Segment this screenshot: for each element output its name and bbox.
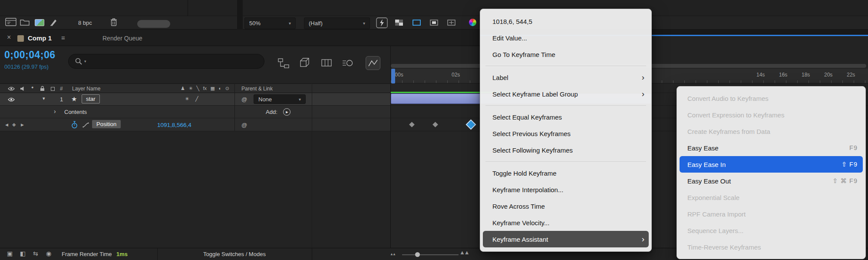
stopwatch-icon[interactable] [71,121,78,129]
chevron-down-icon: ▾ [84,59,86,63]
layer-expand-chevron-icon[interactable]: ▾ [43,96,45,101]
close-panel-icon[interactable]: × [7,33,11,41]
value-graph-icon[interactable] [83,122,89,128]
parent-value: None [258,96,272,103]
trash-icon[interactable] [110,18,117,26]
graph-editor-icon[interactable] [366,56,380,70]
collapse-switch-icon[interactable]: ✳ [185,96,189,102]
toggle-switches-modes-button[interactable]: Toggle Switches / Modes [157,251,312,257]
chevron-down-icon: ▾ [299,97,301,102]
label-column-icon [51,87,55,91]
layer-switches-pane-icon[interactable]: ▣ [7,250,13,257]
ruler-tick-label: 14s [756,72,765,78]
zoom-out-mountain-icon[interactable]: ▲▲ [390,252,395,256]
tab-render-queue[interactable]: Render Queue [102,35,142,42]
bit-depth-button[interactable]: 8 bpc [78,20,92,26]
project-thumbnail-icon[interactable] [35,19,44,26]
eye-icon[interactable] [8,86,15,91]
transparency-grid-icon[interactable] [395,20,403,26]
current-time-indicator[interactable] [391,69,395,83]
panel-menu-icon[interactable]: ≡ [61,34,65,41]
keyframe-toggle-icon[interactable]: ◆ [12,122,16,127]
timeline-zoom-knob[interactable] [415,252,420,257]
pick-whip-icon[interactable]: @ [241,96,247,103]
submenu-item-easy-ease-out[interactable]: Easy Ease Out⇧ ⌘ F9 [677,173,865,189]
draft-3d-icon[interactable] [300,58,310,68]
position-property-row[interactable]: ◀ ◆ ▶ Position 1091,8,566,4 @ [0,118,391,131]
keyframe-context-menu: 1018,6, 544,5 Edit Value... Go To Keyfra… [480,9,652,252]
menu-item-select-previous-keyframes[interactable]: Select Previous Keyframes [480,125,651,142]
previous-keyframe-icon[interactable]: ◀ [5,123,8,127]
timeline-zoom-slider[interactable] [402,254,459,255]
comp-mini-flowchart-icon[interactable] [278,58,289,68]
submenu-item-easy-ease[interactable]: Easy EaseF9 [677,140,865,156]
mask-visibility-icon[interactable] [430,20,438,26]
add-property-button[interactable]: ▶ [283,108,290,116]
brush-icon[interactable] [50,18,58,27]
magnification-dropdown[interactable]: 50% ▾ [244,17,296,29]
pick-whip-icon[interactable]: @ [241,122,247,128]
parent-dropdown[interactable]: None ▾ [254,94,306,104]
menu-item-go-to-keyframe-time[interactable]: Go To Keyframe Time [480,46,651,63]
menu-item-keyframe-velocity[interactable]: Keyframe Velocity... [480,214,651,231]
folder-icon[interactable] [20,19,30,26]
zoom-in-mountain-icon[interactable]: ▲▲ [459,249,469,256]
submenu-arrow-icon: › [642,234,644,244]
av-features-pane-icon[interactable]: ◉ [46,250,51,257]
frame-blending-icon[interactable] [321,59,332,67]
menu-item-label[interactable]: Label› [480,69,651,86]
menu-item-keyframe-value: 1018,6, 544,5 [480,13,651,30]
menu-item-rove-across-time[interactable]: Rove Across Time [480,198,651,214]
in-out-panes-icon[interactable]: ⇆ [33,250,38,257]
solo-icon[interactable]: ● [31,85,33,90]
quality-switch-icon[interactable]: ╱ [195,96,198,102]
submenu-arrow-icon: › [642,89,644,99]
panel-seam [237,0,243,30]
next-keyframe-icon[interactable]: ▶ [21,123,24,127]
chevron-down-icon: ▾ [289,21,291,26]
current-timecode[interactable]: 0;00;04;06 [4,49,56,61]
panel-splitter[interactable] [390,46,391,248]
menu-item-toggle-hold-keyframe[interactable]: Toggle Hold Keyframe [480,165,651,181]
lock-icon[interactable] [40,86,45,91]
submenu-item-exponential-scale: Exponential Scale [677,189,865,206]
effects-icon: fx [203,86,207,91]
fast-previews-icon[interactable] [376,17,388,28]
twirl-icon[interactable]: › [54,108,56,115]
eye-icon[interactable] [8,97,15,102]
timeline-search-input[interactable]: ▾ [68,54,264,69]
motion-blur-icon[interactable] [342,59,353,67]
contents-label[interactable]: Contents [64,109,87,115]
property-name[interactable]: Position [92,120,121,128]
home-icon[interactable] [5,18,17,26]
view-options-icon[interactable] [447,20,455,26]
submenu-item-easy-ease-in[interactable]: Easy Ease In⇧ F9 [680,156,863,173]
menu-item-select-following-keyframes[interactable]: Select Following Keyframes [480,142,651,158]
column-parent-link[interactable]: Parent & Link [241,86,273,92]
layer-row[interactable]: ▾ 1 ★ star ✳ ╱ @ None ▾ [0,93,391,106]
property-value[interactable]: 1091,8,566,4 [157,122,191,128]
transfer-controls-pane-icon[interactable]: ◧ [20,250,26,257]
speaker-icon[interactable] [20,86,25,91]
column-layer-name[interactable]: Layer Name [72,86,100,92]
submenu-arrow-icon: › [642,73,644,82]
quality-icon: ╲ [196,86,199,91]
menu-item-select-keyframe-label-group[interactable]: Select Keyframe Label Group› [480,86,651,102]
menu-item-keyframe-interpolation[interactable]: Keyframe Interpolation... [480,181,651,198]
tab-comp-1[interactable]: Comp 1 [28,34,52,42]
menu-item-edit-value[interactable]: Edit Value... [480,30,651,46]
channels-icon[interactable] [469,19,476,26]
contents-row[interactable]: › Contents Add: ▶ [0,106,391,118]
column-divider[interactable] [312,83,312,248]
layer-name[interactable]: star [82,94,100,103]
add-label: Add: [266,109,277,115]
region-of-interest-icon[interactable] [413,20,421,26]
menu-item-keyframe-assistant[interactable]: Keyframe Assistant› [483,231,649,247]
resolution-value: (Half) [309,20,323,27]
submenu-item-create-keyframes-from-data: Create Keyframes from Data [677,123,865,140]
column-number: # [60,86,63,92]
submenu-item-convert-expression: Convert Expression to Keyframes [677,107,865,123]
menu-item-select-equal-keyframes[interactable]: Select Equal Keyframes [480,109,651,125]
resolution-dropdown[interactable]: (Half) ▾ [304,17,370,29]
toolbar-scroll-pill[interactable] [137,20,170,28]
